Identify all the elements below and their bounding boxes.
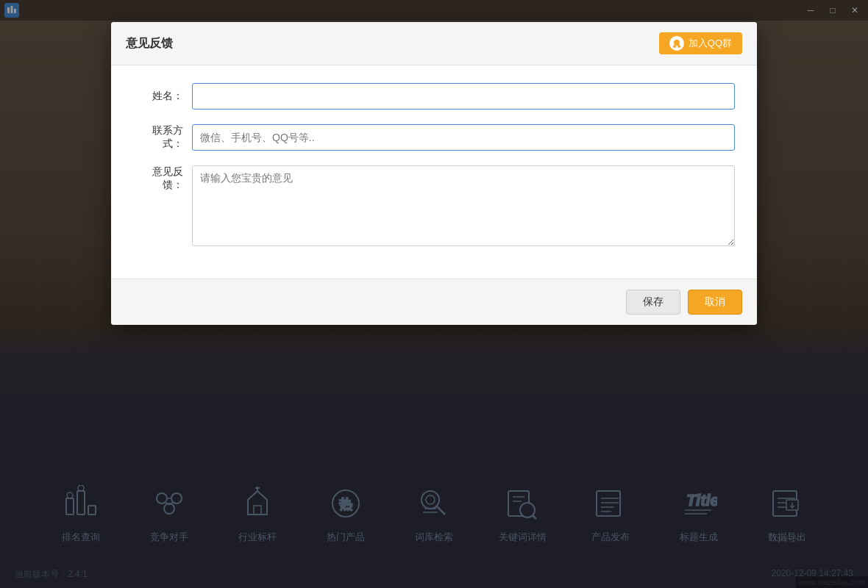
cancel-button[interactable]: 取消 (688, 290, 742, 315)
svg-point-46 (677, 45, 680, 48)
modal-footer: 保存 取消 (111, 279, 757, 325)
modal-overlay: 意见反馈 加入QQ群 姓名： (0, 0, 868, 588)
qq-icon (669, 36, 684, 51)
save-button[interactable]: 保存 (626, 290, 680, 315)
modal-body: 姓名： 联系方式： 意见反馈： (111, 65, 757, 279)
name-row: 姓名： (133, 83, 735, 110)
svg-point-45 (673, 45, 676, 48)
name-input[interactable] (192, 83, 735, 110)
svg-point-44 (674, 40, 680, 46)
contact-label: 联系方式： (133, 124, 192, 151)
contact-row: 联系方式： (133, 124, 735, 151)
feedback-modal: 意见反馈 加入QQ群 姓名： (111, 22, 757, 325)
qq-group-label: 加入QQ群 (689, 37, 732, 50)
feedback-row: 意见反馈： (133, 165, 735, 246)
contact-input[interactable] (192, 124, 735, 151)
feedback-label: 意见反馈： (133, 165, 192, 192)
feedback-textarea[interactable] (192, 165, 735, 246)
modal-header: 意见反馈 加入QQ群 (111, 22, 757, 65)
qq-group-button[interactable]: 加入QQ群 (659, 32, 742, 54)
modal-title: 意见反馈 (126, 36, 173, 51)
name-label: 姓名： (133, 90, 192, 103)
